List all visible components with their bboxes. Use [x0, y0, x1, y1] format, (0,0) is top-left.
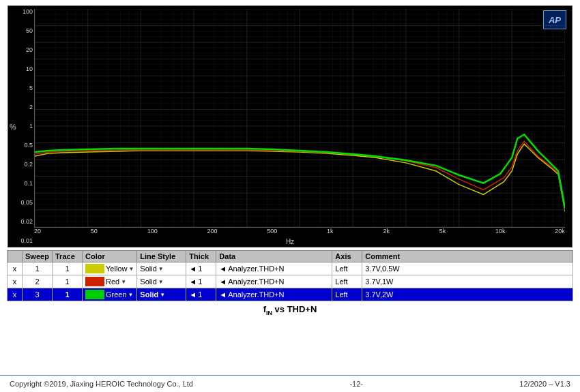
thick-value: 1 [198, 277, 202, 286]
row-trace: 1 [53, 275, 83, 288]
col-axis: Axis [332, 251, 362, 262]
table-row[interactable]: x 2 1 Red ▼ Solid ▼ [8, 275, 573, 288]
color-label: Yellow [106, 265, 127, 273]
linestyle-label: Solid [140, 277, 156, 286]
data-arrow[interactable]: ◄ [219, 290, 227, 299]
row-color[interactable]: Green ▼ [83, 288, 137, 301]
col-sweep: Sweep [23, 251, 53, 262]
table-header-row: Sweep Trace Color Line Style Thick Data … [8, 251, 573, 262]
col-data: Data [216, 251, 332, 262]
row-linestyle[interactable]: Solid ▼ [137, 262, 186, 275]
col-comment: Comment [362, 251, 573, 262]
row-thick[interactable]: ◄ 1 [186, 275, 216, 288]
row-check: x [8, 275, 23, 288]
data-label: Analyzer.THD+N [228, 277, 284, 286]
row-axis: Left [332, 262, 362, 275]
row-check: x [8, 262, 23, 275]
footer-version: 12/2020 – V1.3 [519, 380, 570, 388]
chart-section: AP 100 50 20 10 5 2 1 0.5 0.2 0.1 0.05 0… [0, 0, 580, 250]
row-comment: 3.7V,2W [362, 288, 573, 301]
linestyle-dropdown-arrow[interactable]: ▼ [160, 292, 165, 298]
color-swatch [85, 264, 104, 273]
row-axis: Left [332, 275, 362, 288]
check-icon: x [13, 265, 17, 273]
data-arrow[interactable]: ◄ [219, 277, 227, 286]
col-check [8, 251, 23, 262]
row-linestyle[interactable]: Solid ▼ [137, 288, 186, 301]
color-dropdown-arrow[interactable]: ▼ [128, 266, 134, 272]
row-comment: 3.7V,0.5W [362, 262, 573, 275]
row-check: x [8, 288, 23, 301]
row-linestyle[interactable]: Solid ▼ [137, 275, 186, 288]
x-ticks: 20 50 100 200 500 1k 2k 5k 10k 20k [34, 228, 565, 235]
row-sweep: 2 [23, 275, 53, 288]
chart-title-text: fIN vs THD+N [263, 304, 317, 314]
row-trace: 1 [53, 288, 83, 301]
thick-value: 1 [198, 265, 202, 273]
thick-value: 1 [198, 290, 202, 299]
row-trace: 1 [53, 262, 83, 275]
col-thick: Thick [186, 251, 216, 262]
row-sweep: 3 [23, 288, 53, 301]
row-axis: Left [332, 288, 362, 301]
color-label: Red [106, 277, 119, 286]
thick-arrow-left[interactable]: ◄ [189, 277, 197, 286]
thick-arrow-left[interactable]: ◄ [189, 290, 197, 299]
row-sweep: 1 [23, 262, 53, 275]
chart-wrapper: AP 100 50 20 10 5 2 1 0.5 0.2 0.1 0.05 0… [8, 5, 572, 247]
color-dropdown-arrow[interactable]: ▼ [121, 279, 126, 285]
grid-area: .major { stroke: #444; stroke-width: 0.5… [34, 9, 565, 228]
row-thick[interactable]: ◄ 1 [186, 262, 216, 275]
linestyle-dropdown-arrow[interactable]: ▼ [158, 266, 164, 272]
col-color: Color [83, 251, 137, 262]
linestyle-label: Solid [140, 290, 158, 299]
table-row[interactable]: x 1 1 Yellow ▼ Solid ▼ [8, 262, 573, 275]
table-section: Sweep Trace Color Line Style Thick Data … [7, 250, 573, 301]
row-thick[interactable]: ◄ 1 [186, 288, 216, 301]
x-axis-title: Hz [286, 238, 294, 245]
data-table: Sweep Trace Color Line Style Thick Data … [7, 250, 573, 301]
color-label: Green [106, 290, 127, 299]
page-container: AP 100 50 20 10 5 2 1 0.5 0.2 0.1 0.05 0… [0, 0, 580, 392]
col-linestyle: Line Style [137, 251, 186, 262]
footer: Copyright ©2019, Jiaxing HEROIC Technolo… [0, 375, 580, 392]
color-dropdown-arrow[interactable]: ▼ [128, 292, 134, 298]
data-arrow[interactable]: ◄ [219, 265, 227, 273]
row-data: ◄ Analyzer.THD+N [216, 288, 332, 301]
check-icon: x [13, 277, 17, 286]
row-color[interactable]: Yellow ▼ [83, 262, 137, 275]
table-row-selected[interactable]: x 3 1 Green ▼ Solid ▼ [8, 288, 573, 301]
y-axis-label: % [10, 123, 16, 131]
data-label: Analyzer.THD+N [228, 290, 284, 299]
thick-arrow-left[interactable]: ◄ [189, 265, 197, 273]
data-label: Analyzer.THD+N [228, 265, 284, 273]
check-icon: x [13, 290, 17, 299]
col-trace: Trace [53, 251, 83, 262]
row-comment: 3.7V,1W [362, 275, 573, 288]
linestyle-label: Solid [140, 265, 156, 273]
row-data: ◄ Analyzer.THD+N [216, 262, 332, 275]
footer-copyright: Copyright ©2019, Jiaxing HEROIC Technolo… [10, 380, 193, 388]
color-swatch [85, 277, 104, 286]
row-data: ◄ Analyzer.THD+N [216, 275, 332, 288]
chart-title: fIN vs THD+N [0, 301, 580, 318]
row-color[interactable]: Red ▼ [83, 275, 137, 288]
grid-svg: .major { stroke: #444; stroke-width: 0.5… [35, 9, 565, 227]
color-swatch [85, 290, 104, 299]
footer-page-num: -12- [349, 380, 363, 388]
linestyle-dropdown-arrow[interactable]: ▼ [158, 279, 164, 285]
